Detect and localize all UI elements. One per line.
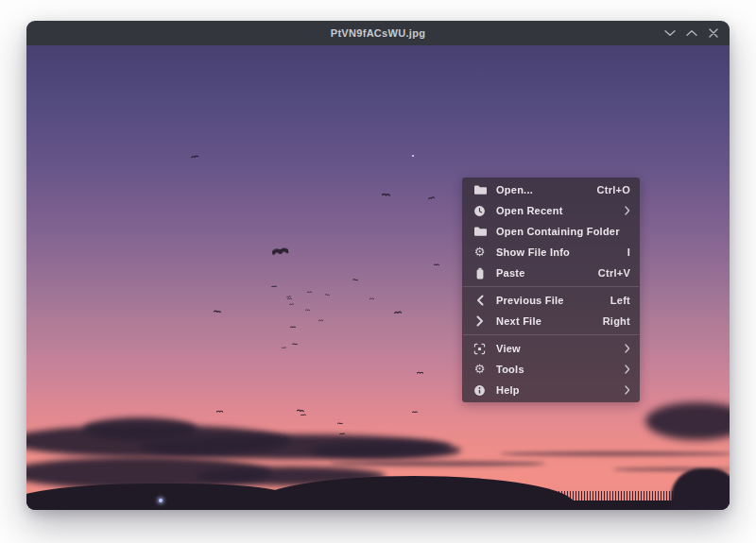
window-controls bbox=[664, 21, 719, 45]
image-viewport[interactable]: Open... Ctrl+O Open Recent Open Containi… bbox=[26, 45, 730, 510]
menu-item-shortcut: Left bbox=[610, 295, 630, 306]
gear-icon: ⚙ bbox=[472, 363, 487, 376]
menu-item-open-containing-folder[interactable]: Open Containing Folder bbox=[462, 221, 640, 242]
bird-silhouette bbox=[352, 279, 358, 281]
paste-icon bbox=[472, 266, 487, 280]
chevron-right-icon bbox=[472, 314, 487, 328]
bird-silhouette bbox=[382, 193, 390, 196]
menu-item-label: View bbox=[496, 343, 521, 354]
gear-icon: ⚙ bbox=[472, 246, 487, 259]
submenu-chevron-icon bbox=[625, 385, 630, 395]
close-icon bbox=[709, 28, 718, 38]
bird-silhouette bbox=[289, 303, 294, 306]
folder-icon bbox=[472, 225, 487, 238]
menu-item-shortcut: Ctrl+O bbox=[597, 184, 630, 195]
chevron-up-icon bbox=[686, 29, 697, 37]
bird-silhouette bbox=[394, 311, 402, 314]
folder-icon bbox=[472, 183, 487, 196]
info-icon bbox=[472, 383, 487, 397]
menu-item-label: Open... bbox=[496, 184, 533, 195]
submenu-chevron-icon bbox=[625, 365, 630, 374]
menu-item-view[interactable]: View bbox=[462, 338, 640, 359]
menu-item-label: Next File bbox=[496, 315, 541, 327]
submenu-chevron-icon bbox=[625, 206, 630, 215]
menu-item-show-file-info[interactable]: ⚙ Show File Info I bbox=[462, 242, 640, 263]
bird-silhouette bbox=[287, 297, 292, 299]
bird-silhouette bbox=[272, 246, 289, 255]
bird-silhouette bbox=[318, 319, 323, 321]
menu-item-next-file[interactable]: Next File Right bbox=[462, 311, 640, 331]
bird-silhouette bbox=[307, 291, 312, 293]
menu-item-label: Paste bbox=[496, 267, 525, 279]
menu-item-help[interactable]: Help bbox=[462, 380, 640, 400]
bird-silhouette bbox=[428, 195, 435, 199]
image-viewer-window: PtVN9fACsWU.jpg bbox=[26, 21, 730, 510]
bird-silhouette bbox=[282, 347, 286, 349]
context-menu: Open... Ctrl+O Open Recent Open Containi… bbox=[462, 178, 640, 402]
minimize-button[interactable] bbox=[664, 27, 676, 39]
close-button[interactable] bbox=[708, 27, 719, 39]
chevron-left-icon bbox=[472, 294, 487, 307]
bird-silhouette bbox=[297, 408, 304, 412]
menu-item-shortcut: Ctrl+V bbox=[598, 267, 630, 279]
menu-item-label: Show File Info bbox=[496, 246, 570, 258]
bird-silhouette bbox=[369, 297, 374, 299]
menu-item-label: Help bbox=[496, 384, 520, 396]
menu-item-label: Previous File bbox=[496, 295, 564, 306]
menu-item-label: Open Recent bbox=[496, 205, 563, 216]
menu-item-tools[interactable]: ⚙ Tools bbox=[462, 359, 640, 380]
bird-silhouette bbox=[290, 326, 296, 328]
bird-silhouette bbox=[292, 343, 298, 346]
menu-item-previous-file[interactable]: Previous File Left bbox=[462, 290, 640, 311]
viewfinder-icon bbox=[472, 342, 487, 355]
bird-silhouette bbox=[434, 263, 439, 265]
bird-silhouette bbox=[214, 310, 221, 314]
menu-item-label: Open Containing Folder bbox=[496, 226, 620, 237]
bird-silhouette bbox=[417, 371, 423, 374]
menu-item-label: Tools bbox=[496, 364, 524, 375]
menu-separator bbox=[463, 334, 639, 335]
maximize-button[interactable] bbox=[686, 27, 697, 39]
bird-silhouette bbox=[325, 294, 330, 297]
bird-silhouette bbox=[339, 433, 345, 435]
bird-silhouette bbox=[305, 309, 310, 311]
bird-silhouette bbox=[301, 414, 306, 416]
submenu-chevron-icon bbox=[625, 344, 630, 353]
window-title: PtVN9fACsWU.jpg bbox=[331, 27, 425, 39]
star-speck bbox=[412, 155, 414, 157]
menu-item-open-recent[interactable]: Open Recent bbox=[462, 200, 640, 221]
bird-silhouette bbox=[216, 410, 223, 413]
bird-silhouette bbox=[412, 411, 418, 413]
clock-icon bbox=[472, 204, 487, 217]
menu-item-shortcut: Right bbox=[603, 315, 630, 327]
titlebar[interactable]: PtVN9fACsWU.jpg bbox=[26, 21, 730, 45]
bird-silhouette bbox=[191, 154, 198, 158]
menu-item-paste[interactable]: Paste Ctrl+V bbox=[462, 263, 640, 283]
bird-silhouette bbox=[337, 422, 343, 425]
menu-item-shortcut: I bbox=[627, 246, 630, 258]
chevron-down-icon bbox=[664, 29, 676, 37]
menu-item-open[interactable]: Open... Ctrl+O bbox=[462, 179, 640, 200]
bird-silhouette bbox=[271, 285, 277, 288]
menu-separator bbox=[463, 286, 639, 287]
lamp-light bbox=[159, 499, 163, 502]
